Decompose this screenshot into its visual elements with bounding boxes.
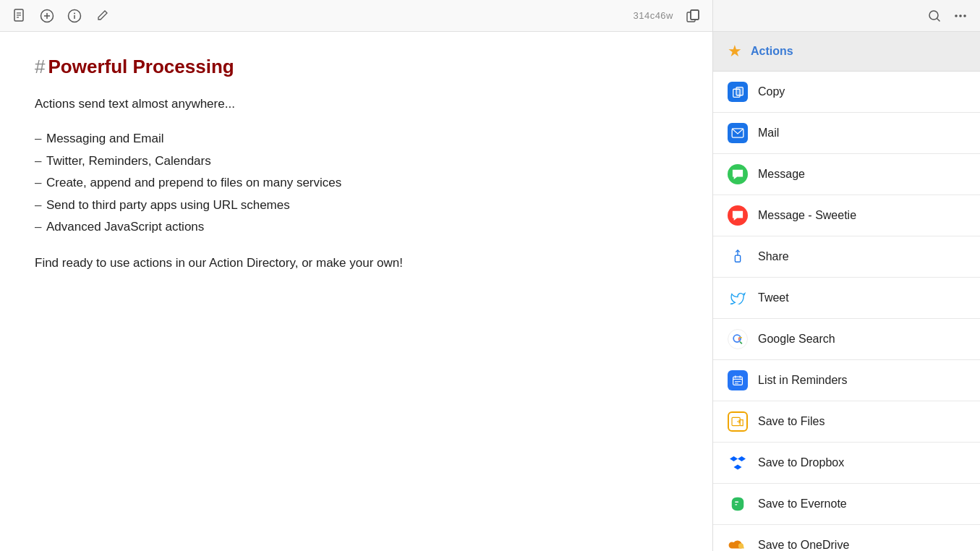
action-label-list-reminders: List in Reminders: [758, 374, 848, 387]
search-icon[interactable]: [926, 8, 942, 24]
actions-panel: ★ Actions Copy Mail Message Message - Sw…: [712, 0, 980, 551]
svg-point-23: [733, 335, 741, 342]
bullet-list: Messaging and EmailTwitter, Reminders, C…: [35, 128, 678, 239]
action-icon-list-reminders: [728, 370, 748, 390]
paragraph-1: Actions send text almost anywhere...: [35, 94, 678, 114]
info-icon[interactable]: [67, 8, 82, 24]
action-item-save-dropbox[interactable]: Save to Dropbox: [713, 443, 980, 484]
list-item: Send to third party apps using URL schem…: [35, 195, 678, 217]
list-item: Messaging and Email: [35, 128, 678, 150]
ellipsis-icon[interactable]: [953, 8, 968, 24]
action-label-google-search: Google Search: [758, 333, 835, 346]
svg-rect-19: [736, 87, 742, 95]
action-item-tweet[interactable]: Tweet: [713, 278, 980, 319]
action-icon-google-search: [728, 329, 748, 349]
action-icon-save-dropbox: [728, 453, 748, 473]
action-label-mail: Mail: [758, 127, 779, 140]
action-icon-save-onedrive: [728, 535, 748, 551]
svg-point-15: [955, 14, 958, 17]
pencil-icon[interactable]: [94, 8, 110, 24]
paragraph-2: Find ready to use actions in our Action …: [35, 253, 678, 273]
action-item-list-reminders[interactable]: List in Reminders: [713, 360, 980, 401]
action-icon-mail: [728, 123, 748, 143]
action-icon-copy: [728, 82, 748, 102]
action-item-copy[interactable]: Copy: [713, 72, 980, 113]
svg-rect-11: [691, 10, 699, 20]
action-label-share: Share: [758, 250, 789, 263]
svg-rect-21: [735, 255, 740, 262]
action-item-google-search[interactable]: Google Search: [713, 319, 980, 360]
list-item: Twitter, Reminders, Calendars: [35, 150, 678, 173]
word-count: 314c46w: [633, 10, 673, 21]
action-icon-tweet: [728, 288, 748, 308]
action-items-container: Copy Mail Message Message - Sweetie Shar…: [713, 72, 980, 551]
svg-marker-33: [738, 456, 746, 461]
svg-marker-34: [734, 462, 742, 470]
toolbar: 314c46w: [0, 0, 712, 32]
new-document-icon[interactable]: [12, 8, 27, 24]
svg-point-13: [929, 11, 938, 20]
action-icon-message: [728, 164, 748, 184]
svg-marker-32: [730, 456, 738, 461]
svg-point-16: [959, 14, 962, 17]
action-label-message-sweetie: Message - Sweetie: [758, 209, 856, 222]
action-label-message: Message: [758, 168, 805, 181]
svg-point-17: [963, 14, 966, 17]
action-icon-save-evernote: [728, 494, 748, 514]
heading-hash: #: [35, 56, 45, 77]
action-icon-save-files: [728, 411, 748, 432]
action-label-copy: Copy: [758, 85, 785, 98]
editor-area: 314c46w #Powerful Processing Actions sen…: [0, 0, 712, 551]
action-icon-message-sweetie: [728, 205, 748, 226]
star-icon: ★: [728, 42, 742, 61]
add-icon[interactable]: [39, 8, 55, 24]
actions-section-header: ★ Actions: [713, 32, 980, 72]
editor-content: #Powerful Processing Actions send text a…: [0, 32, 712, 551]
action-icon-share: [728, 247, 748, 267]
action-label-tweet: Tweet: [758, 291, 789, 304]
duplicate-icon[interactable]: [685, 8, 701, 24]
action-item-save-onedrive[interactable]: Save to OneDrive: [713, 525, 980, 551]
action-item-message[interactable]: Message: [713, 154, 980, 195]
action-label-save-files: Save to Files: [758, 415, 825, 428]
action-label-save-evernote: Save to Evernote: [758, 497, 847, 511]
svg-line-14: [937, 18, 940, 21]
actions-list: ★ Actions Copy Mail Message Message - Sw…: [713, 32, 980, 551]
action-item-message-sweetie[interactable]: Message - Sweetie: [713, 195, 980, 236]
actions-section-label: Actions: [751, 45, 793, 58]
list-item: Advanced JavaScript actions: [35, 216, 678, 239]
action-item-save-files[interactable]: Save to Files: [713, 401, 980, 443]
action-item-mail[interactable]: Mail: [713, 113, 980, 154]
action-item-share[interactable]: Share: [713, 236, 980, 278]
action-label-save-onedrive: Save to OneDrive: [758, 539, 849, 551]
action-item-save-evernote[interactable]: Save to Evernote: [713, 484, 980, 525]
list-item: Create, append and prepend to files on m…: [35, 172, 678, 195]
actions-header-bar: [713, 0, 980, 32]
action-label-save-dropbox: Save to Dropbox: [758, 456, 844, 469]
document-heading: #Powerful Processing: [35, 55, 678, 80]
svg-rect-24: [733, 377, 743, 385]
svg-point-9: [74, 12, 75, 14]
